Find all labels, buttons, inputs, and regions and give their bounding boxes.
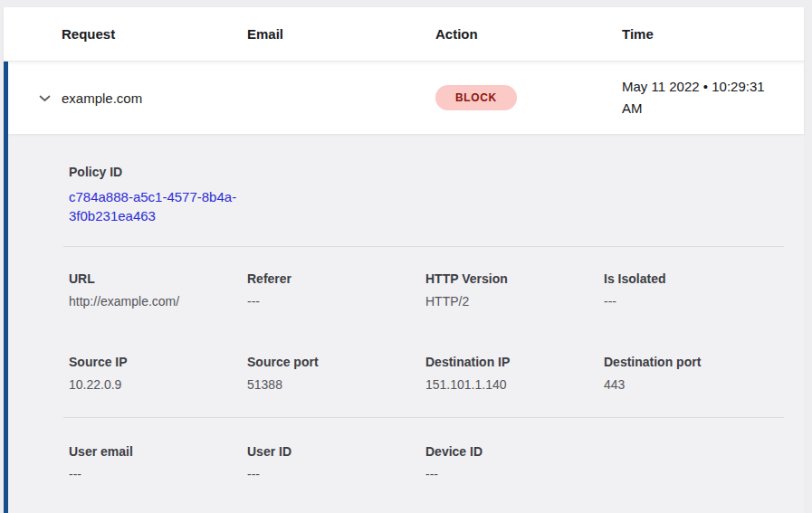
- field-value: ---: [425, 467, 604, 481]
- column-header-email: Email: [247, 26, 435, 42]
- column-header-action: Action: [435, 26, 622, 42]
- column-header-time: Time: [622, 26, 804, 42]
- field-value: ---: [604, 294, 784, 309]
- field-label: Destination port: [604, 355, 784, 369]
- row-action-cell: BLOCK: [435, 85, 622, 110]
- field-value: ---: [247, 294, 425, 309]
- section-divider: [63, 246, 784, 247]
- destination-port-field: Destination port 443: [604, 355, 784, 392]
- field-label: Source IP: [69, 355, 247, 369]
- field-value: ---: [69, 467, 247, 481]
- chevron-down-icon: [37, 90, 53, 106]
- policy-id-link[interactable]: c784a888-a5c1-4577-8b4a-3f0b231ea463: [69, 187, 245, 225]
- policy-id-label: Policy ID: [69, 165, 784, 179]
- field-value: 10.22.0.9: [69, 377, 247, 392]
- field-label: User ID: [247, 444, 425, 459]
- log-table-card: Request Email Action Time example.com BL…: [4, 7, 804, 513]
- empty-cell: [604, 444, 784, 481]
- destination-ip-field: Destination IP 151.101.1.140: [425, 355, 604, 392]
- table-row[interactable]: example.com BLOCK May 11 2022 • 10:29:31…: [8, 62, 804, 134]
- referer-field: Referer ---: [247, 271, 425, 309]
- field-label: HTTP Version: [425, 271, 604, 286]
- field-value: 443: [604, 377, 784, 392]
- http-version-field: HTTP Version HTTP/2: [425, 271, 604, 309]
- url-field: URL http://example.com/: [69, 271, 247, 309]
- field-label: URL: [69, 271, 247, 286]
- row-details-panel: Policy ID c784a888-a5c1-4577-8b4a-3f0b23…: [8, 134, 804, 513]
- field-label: Source port: [247, 355, 425, 369]
- field-label: User email: [69, 444, 247, 459]
- field-value: HTTP/2: [425, 294, 604, 309]
- user-id-field: User ID ---: [247, 444, 425, 481]
- field-value: http://example.com/: [69, 294, 247, 309]
- source-ip-field: Source IP 10.22.0.9: [69, 355, 247, 392]
- row-request-value: example.com: [62, 90, 247, 106]
- collapse-toggle[interactable]: [8, 90, 62, 106]
- is-isolated-field: Is Isolated ---: [604, 271, 784, 309]
- field-value: 151.101.1.140: [425, 377, 604, 392]
- details-grid-row-1: URL http://example.com/ Referer --- HTTP…: [69, 271, 784, 309]
- section-divider: [63, 417, 784, 418]
- field-label: Destination IP: [425, 355, 604, 369]
- expanded-row-container: example.com BLOCK May 11 2022 • 10:29:31…: [4, 62, 804, 513]
- field-label: Is Isolated: [604, 271, 784, 286]
- source-port-field: Source port 51388: [247, 355, 425, 392]
- user-email-field: User email ---: [69, 444, 247, 481]
- table-header: Request Email Action Time: [4, 7, 804, 62]
- policy-id-field: Policy ID c784a888-a5c1-4577-8b4a-3f0b23…: [69, 165, 784, 225]
- field-label: Referer: [247, 271, 425, 286]
- block-status-badge: BLOCK: [435, 85, 517, 110]
- device-id-field: Device ID ---: [425, 444, 604, 481]
- row-time-value: May 11 2022 • 10:29:31 AM: [622, 76, 804, 119]
- field-label: Device ID: [425, 444, 604, 459]
- field-value: 51388: [247, 377, 425, 392]
- details-grid-row-3: User email --- User ID --- Device ID ---: [69, 444, 784, 481]
- field-value: ---: [247, 467, 425, 481]
- details-grid-row-2: Source IP 10.22.0.9 Source port 51388 De…: [69, 355, 784, 392]
- column-header-request: Request: [62, 26, 247, 42]
